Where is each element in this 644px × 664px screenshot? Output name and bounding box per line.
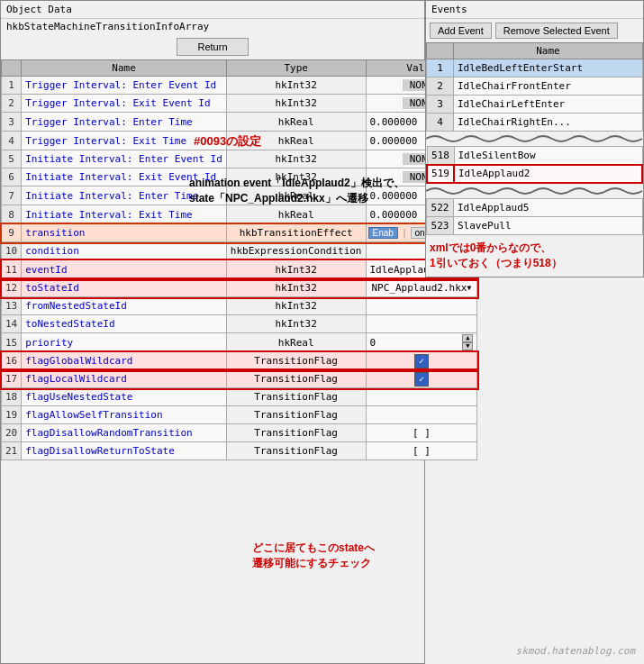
row-value	[366, 388, 477, 406]
return-button[interactable]: Return	[177, 38, 249, 56]
row-type: hkInt32	[226, 279, 366, 297]
checkbox-checked[interactable]: ✓	[414, 354, 429, 368]
row-num: 11	[2, 260, 22, 279]
row-type: TransitionFlag	[226, 424, 366, 442]
row-name: priority	[22, 333, 227, 352]
row-name: Trigger Interval: Exit Event Id	[22, 95, 227, 113]
event-row[interactable]: 4 IdleChairRightEn...	[427, 114, 643, 132]
table-row: 18 flagUseNestedState TransitionFlag	[2, 388, 477, 406]
events-title: Events	[426, 1, 643, 19]
row-type: hkReal	[226, 186, 366, 205]
main-container: Object Data hkbStateMachineTransitionInf…	[0, 0, 644, 664]
row-num: 21	[2, 442, 22, 460]
event-name: IdleChairFrontEnter	[454, 77, 643, 96]
dropdown-arrow: ▼	[467, 284, 471, 292]
wavy-divider	[426, 132, 643, 146]
row-type: hkReal	[226, 113, 366, 132]
event-row[interactable]: 522 IdleApplaud5	[427, 198, 643, 216]
event-num: 2	[427, 77, 454, 96]
row-type: hkReal	[226, 132, 366, 150]
row-num: 12	[2, 279, 22, 297]
row-name: Initiate Interval: Exit Time	[22, 205, 227, 224]
add-event-button[interactable]: Add Event	[430, 23, 492, 39]
row-value: NPC_Applaud2.hkx ▼	[366, 279, 477, 297]
watermark-text: skmod.hatenablog.com	[516, 645, 635, 657]
wavy-line-svg	[426, 132, 643, 146]
row-type: hkbTransitionEffect	[226, 224, 366, 242]
table-row: 16 flagGlobalWildcard TransitionFlag ✓	[2, 352, 477, 370]
row-num: 1	[2, 77, 22, 95]
row-name: Trigger Interval: Enter Event Id	[22, 77, 227, 95]
spinner[interactable]: ▲ ▼	[462, 334, 473, 350]
table-row: 7 Initiate Interval: Enter Time hkReal 0…	[2, 186, 477, 205]
row-name: flagDisallowReturnToState	[22, 442, 227, 460]
row-num: 15	[2, 333, 22, 352]
event-row[interactable]: 1 IdleBedLeftEnterStart	[427, 59, 643, 77]
events-table-middle: 518 IdleSilentBow 519 IdleApplaud2	[426, 146, 643, 184]
row-type: TransitionFlag	[226, 352, 366, 370]
row-num: 5	[2, 150, 22, 168]
event-row[interactable]: 523 SlavePull	[427, 216, 643, 234]
table-row: 17 flagLocalWildcard TransitionFlag ✓	[2, 370, 477, 388]
object-data-title: Object Data	[6, 4, 72, 15]
event-num: 519	[427, 165, 454, 183]
row-type: hkReal	[226, 333, 366, 352]
row-type: hkInt32	[226, 260, 366, 279]
event-row[interactable]: 518 IdleSilentBow	[427, 147, 642, 165]
table-row: 3 Trigger Interval: Enter Time hkReal 0.…	[2, 113, 477, 132]
table-row: 1 Trigger Interval: Enter Event Id hkInt…	[2, 77, 477, 95]
table-row: 10 condition hkbExpressionCondition	[2, 242, 477, 260]
enab-button[interactable]: Enab	[368, 227, 398, 239]
table-row: 2 Trigger Interval: Exit Event Id hkInt3…	[2, 95, 477, 113]
event-num: 522	[427, 198, 454, 216]
row-num: 20	[2, 424, 22, 442]
event-row[interactable]: 3 IdleChairLeftEnter	[427, 96, 643, 114]
row-num: 16	[2, 352, 22, 370]
data-table: Name Type Value 1 Trigger Interval: Ente…	[1, 59, 477, 460]
row-type: hkReal	[226, 205, 366, 224]
events-table-bottom: 522 IdleApplaud5 523 SlavePull	[426, 198, 643, 235]
xml-annotation: xmlでは0番からなので、 1引いておく（つまり518）	[426, 235, 643, 277]
event-row[interactable]: 2 IdleChairFrontEnter	[427, 77, 643, 96]
row-name: toNestedStateId	[22, 315, 227, 333]
xml-note-1: xmlでは0番からなので、	[430, 241, 639, 256]
table-row: 15 priority hkReal 0 ▲ ▼	[2, 333, 477, 352]
row-name: flagAllowSelfTransition	[22, 406, 227, 424]
remove-event-button[interactable]: Remove Selected Event	[495, 23, 618, 39]
array-name: hkbStateMachineTransitionInfoArray	[6, 21, 209, 32]
row-name: Initiate Interval: Enter Event Id	[22, 150, 227, 168]
event-name: IdleChairRightEn...	[454, 114, 643, 132]
row-num: 7	[2, 186, 22, 205]
events-table: Name 1 IdleBedLeftEnterStart 2 IdleChair…	[426, 42, 643, 132]
row-num: 18	[2, 388, 22, 406]
value-text: 0.000000	[370, 135, 418, 147]
event-num: 4	[427, 114, 454, 132]
row-num: 8	[2, 205, 22, 224]
event-num: 523	[427, 216, 454, 234]
row-type: hkInt32	[226, 150, 366, 168]
table-row: 6 Initiate Interval: Exit Event Id hkInt…	[2, 168, 477, 186]
event-name: IdleApplaud5	[454, 198, 643, 216]
event-row-idle-applaud[interactable]: 519 IdleApplaud2	[427, 165, 642, 183]
wavy-line-svg-2	[426, 184, 643, 198]
row-type: TransitionFlag	[226, 370, 366, 388]
row-name: flagUseNestedState	[22, 388, 227, 406]
value-text: 0.000000	[370, 116, 418, 128]
table-row: 20 flagDisallowRandomTransition Transiti…	[2, 424, 477, 442]
row-num: 9	[2, 224, 22, 242]
spinner-down[interactable]: ▼	[462, 342, 473, 350]
row-name: flagLocalWildcard	[22, 370, 227, 388]
value-text: 0	[370, 337, 376, 349]
events-col-name: Name	[454, 43, 643, 59]
col-type-header: Type	[226, 60, 366, 77]
row-type: hkInt32	[226, 77, 366, 95]
row-value: ✓	[366, 370, 477, 388]
row-name: transition	[22, 224, 227, 242]
watermark: skmod.hatenablog.com	[516, 645, 635, 657]
checkbox-checked[interactable]: ✓	[414, 372, 429, 387]
events-col-num	[427, 43, 454, 59]
row-name: Trigger Interval: Enter Time	[22, 113, 227, 132]
spinner-up[interactable]: ▲	[462, 334, 473, 342]
row-num: 19	[2, 406, 22, 424]
row-value: [ ]	[366, 424, 477, 442]
